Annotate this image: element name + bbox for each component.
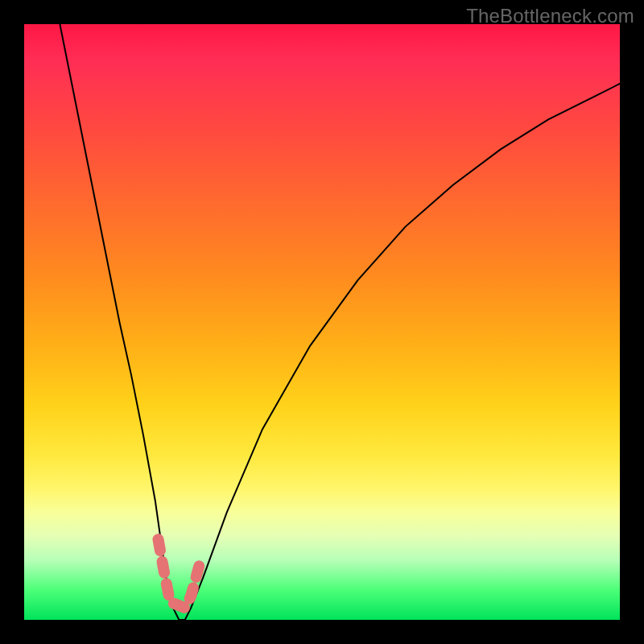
- chart-frame: TheBottleneck.com: [0, 0, 644, 644]
- highlight-dots: [159, 539, 200, 608]
- plot-area: [24, 24, 620, 620]
- chart-svg: [24, 24, 620, 620]
- bottleneck-curve: [60, 24, 620, 620]
